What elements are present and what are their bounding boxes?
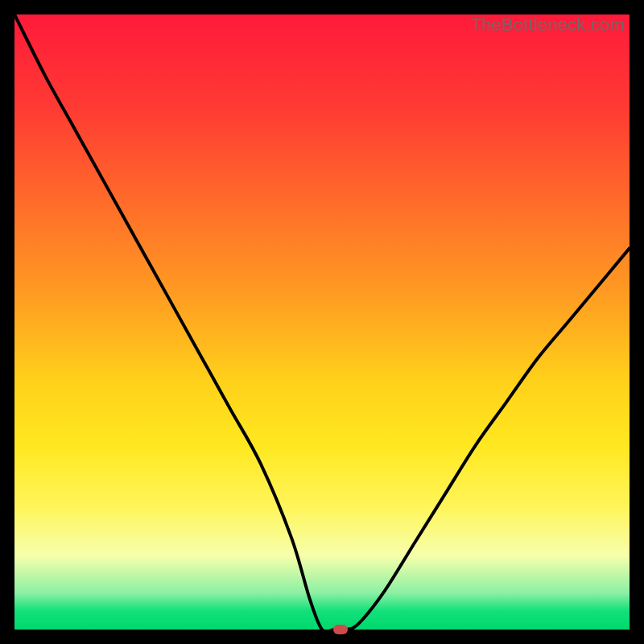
- curve-path: [14, 14, 630, 630]
- optimal-marker: [333, 625, 348, 634]
- bottleneck-curve: [14, 14, 630, 630]
- plot-area: TheBottleneck.com: [14, 14, 630, 630]
- chart-frame: TheBottleneck.com: [0, 0, 644, 644]
